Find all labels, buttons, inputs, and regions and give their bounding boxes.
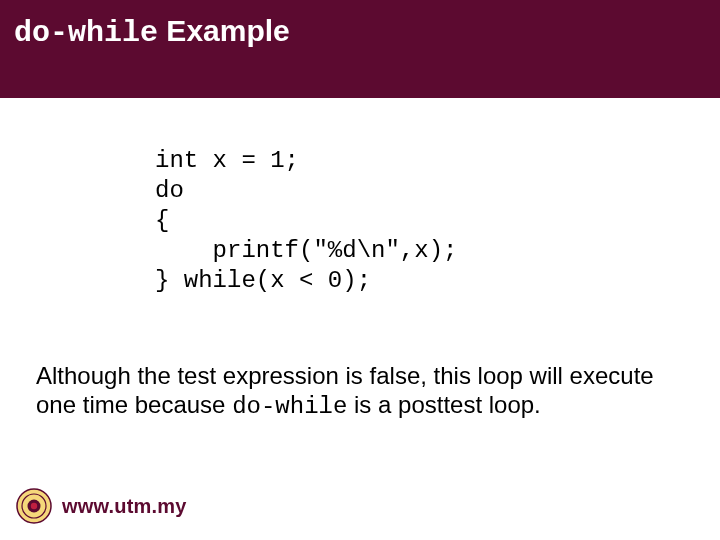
code-example: int x = 1; do { printf("%d\n",x); } whil… xyxy=(155,146,720,296)
explain-post: is a posttest loop. xyxy=(347,391,540,418)
title-rest: Example xyxy=(158,14,290,47)
explain-code: do-while xyxy=(232,393,347,420)
utm-logo-icon xyxy=(16,488,52,524)
title-code-keyword: do-while xyxy=(14,16,158,50)
explanation-text: Although the test expression is false, t… xyxy=(36,362,684,422)
svg-point-3 xyxy=(31,503,37,509)
slide-title: do-while Example xyxy=(0,0,720,98)
footer-url: www.utm.my xyxy=(62,495,187,518)
footer: www.utm.my xyxy=(16,488,187,524)
